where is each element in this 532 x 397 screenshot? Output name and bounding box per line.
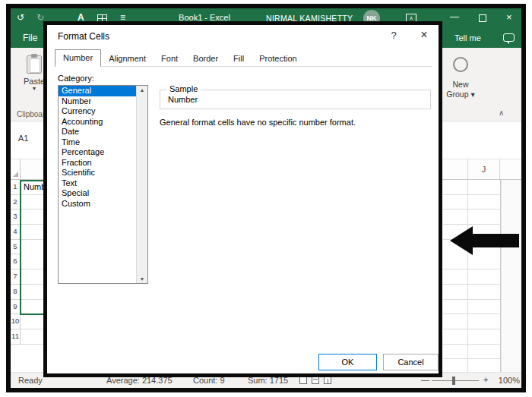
collapse-ribbon-icon[interactable]: ∧ — [499, 109, 504, 117]
dialog-tab-strip: Number Alignment Font Border Fill Protec… — [55, 49, 432, 67]
column-header-j[interactable]: J — [467, 159, 500, 179]
gridline-vertical — [467, 180, 468, 372]
category-label: Category: — [58, 74, 94, 83]
category-option-percentage[interactable]: Percentage — [59, 147, 136, 158]
dialog-close-button[interactable]: × — [417, 28, 431, 42]
scroll-up-icon[interactable]: ▲ — [137, 87, 147, 93]
clipboard-icon — [27, 55, 42, 74]
file-tab[interactable]: File — [23, 33, 37, 43]
annotation-arrow-icon — [450, 226, 473, 255]
vertical-scrollbar-zone[interactable] — [501, 180, 521, 372]
dropdown-icon: ▾ — [470, 90, 474, 99]
zoom-slider-thumb[interactable] — [452, 377, 455, 385]
sample-value: Number — [168, 95, 198, 104]
name-box[interactable]: A1 — [18, 134, 28, 143]
tab-border[interactable]: Border — [185, 51, 226, 66]
category-option-general[interactable]: General — [59, 86, 136, 96]
row-header-11[interactable]: 11 — [11, 329, 21, 345]
view-shortcuts — [299, 377, 331, 384]
tab-font[interactable]: Font — [154, 51, 185, 66]
status-mode: Ready — [18, 376, 43, 385]
tab-number[interactable]: Number — [55, 49, 101, 67]
category-option-scientific[interactable]: Scientific — [59, 168, 136, 178]
zoom-slider-track[interactable] — [432, 380, 479, 381]
sample-label: Sample — [166, 84, 201, 93]
category-option-text[interactable]: Text — [59, 178, 136, 189]
select-all-corner[interactable] — [11, 159, 21, 179]
category-option-special[interactable]: Special — [59, 188, 136, 199]
cells-right-strip[interactable] — [443, 180, 501, 372]
category-option-number[interactable]: Number — [59, 96, 136, 107]
tab-fill[interactable]: Fill — [226, 51, 252, 66]
zoom-level[interactable]: 100% — [496, 376, 520, 385]
category-option-currency[interactable]: Currency — [59, 106, 136, 117]
dialog-help-button[interactable]: ? — [388, 30, 400, 41]
minimize-button[interactable]: — — [450, 11, 459, 22]
annotation-arrow-shaft — [472, 234, 519, 247]
cancel-button[interactable]: Cancel — [383, 354, 439, 370]
tab-alignment[interactable]: Alignment — [101, 51, 154, 66]
sample-group-box: Sample Number — [160, 90, 431, 109]
maximize-button[interactable] — [479, 14, 486, 22]
tell-me-box[interactable]: Tell me — [454, 33, 481, 43]
category-option-date[interactable]: Date — [59, 127, 136, 137]
new-group-icon[interactable] — [453, 57, 468, 72]
listbox-scrollbar[interactable]: ▲ ▼ — [136, 86, 147, 283]
category-option-fraction[interactable]: Fraction — [59, 158, 136, 169]
category-listbox[interactable]: General Number Currency Accounting Date … — [58, 85, 148, 284]
page-break-view-icon[interactable] — [324, 377, 331, 384]
dialog-title: Format Cells — [58, 31, 109, 42]
ok-button[interactable]: OK — [318, 354, 377, 370]
format-cells-dialog: Format Cells ? × Number Alignment Font B… — [43, 21, 442, 377]
category-option-time[interactable]: Time — [59, 137, 136, 148]
excel-window: ↺ ↻ A ≡ Book1 - Excel NIRMAL KAMISHETTY … — [11, 8, 521, 388]
zoom-in-button[interactable]: + — [483, 375, 488, 384]
category-option-custom[interactable]: Custom — [59, 199, 136, 210]
category-option-accounting[interactable]: Accounting — [59, 117, 136, 128]
normal-view-icon[interactable] — [299, 377, 307, 384]
page-layout-view-icon[interactable] — [312, 377, 319, 384]
tab-protection[interactable]: Protection — [252, 51, 305, 66]
row-header-10[interactable]: 10 — [11, 314, 21, 329]
scroll-down-icon[interactable]: ▼ — [137, 276, 147, 282]
undo-icon[interactable]: ↺ — [17, 12, 24, 23]
comments-icon[interactable] — [503, 33, 515, 42]
close-button[interactable]: × — [506, 11, 512, 23]
format-description: General format cells have no specific nu… — [160, 118, 430, 127]
